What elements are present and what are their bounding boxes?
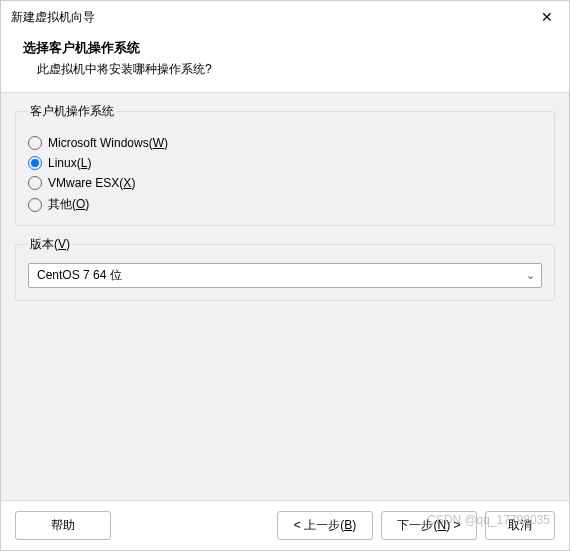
radio-windows[interactable]: Microsoft Windows(W) (28, 136, 542, 150)
next-button[interactable]: 下一步(N) > (381, 511, 477, 540)
radio-icon (28, 198, 42, 212)
radio-label: 其他(O) (48, 196, 89, 213)
radio-label: Microsoft Windows(W) (48, 136, 168, 150)
radio-esx[interactable]: VMware ESX(X) (28, 176, 542, 190)
radio-icon (28, 176, 42, 190)
os-legend: 客户机操作系统 (28, 103, 116, 120)
window-title: 新建虚拟机向导 (11, 9, 95, 26)
radio-icon (28, 136, 42, 150)
footer: 帮助 < 上一步(B) 下一步(N) > 取消 (1, 501, 569, 550)
help-button[interactable]: 帮助 (15, 511, 111, 540)
version-select[interactable]: CentOS 7 64 位 ⌄ (28, 263, 542, 288)
header: 选择客户机操作系统 此虚拟机中将安装哪种操作系统? (1, 33, 569, 92)
os-radio-group: Microsoft Windows(W) Linux(L) VMware ESX… (28, 136, 542, 213)
version-fieldset: 版本(V) CentOS 7 64 位 ⌄ (15, 236, 555, 301)
cancel-button[interactable]: 取消 (485, 511, 555, 540)
back-button[interactable]: < 上一步(B) (277, 511, 373, 540)
radio-linux[interactable]: Linux(L) (28, 156, 542, 170)
titlebar: 新建虚拟机向导 ✕ (1, 1, 569, 33)
wizard-window: 新建虚拟机向导 ✕ 选择客户机操作系统 此虚拟机中将安装哪种操作系统? 客户机操… (0, 0, 570, 551)
radio-icon (28, 156, 42, 170)
footer-nav: < 上一步(B) 下一步(N) > 取消 (277, 511, 555, 540)
radio-label: VMware ESX(X) (48, 176, 135, 190)
version-legend: 版本(V) (28, 236, 72, 253)
os-fieldset: 客户机操作系统 Microsoft Windows(W) Linux(L) VM… (15, 103, 555, 226)
radio-other[interactable]: 其他(O) (28, 196, 542, 213)
version-selected-value: CentOS 7 64 位 (37, 267, 122, 284)
chevron-down-icon: ⌄ (526, 269, 535, 282)
page-subtitle: 此虚拟机中将安装哪种操作系统? (23, 61, 547, 78)
close-icon[interactable]: ✕ (533, 5, 561, 29)
radio-label: Linux(L) (48, 156, 91, 170)
page-title: 选择客户机操作系统 (23, 39, 547, 57)
content-area: 客户机操作系统 Microsoft Windows(W) Linux(L) VM… (1, 92, 569, 501)
